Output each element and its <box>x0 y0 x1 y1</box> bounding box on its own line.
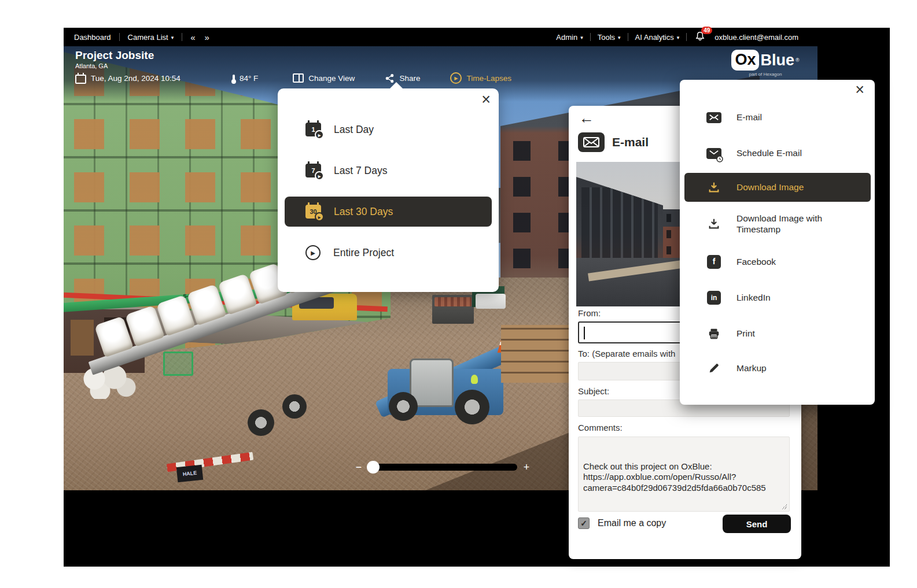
envelope-clock-icon <box>706 146 721 161</box>
download-icon <box>706 180 721 195</box>
textarea-resize-handle[interactable] <box>782 504 787 509</box>
printer-icon <box>706 326 721 341</box>
page-location: Atlanta, GA <box>75 62 108 69</box>
logo-blue: Blue <box>760 50 794 70</box>
close-icon[interactable]: × <box>481 91 491 108</box>
share-download-image[interactable]: Download Image <box>684 173 871 202</box>
email-me-a-copy-label: Email me a copy <box>598 518 666 528</box>
checkbox-check-icon: ✓ <box>580 519 587 528</box>
nav-divider <box>686 33 687 41</box>
chevron-down-icon: ▾ <box>580 35 583 40</box>
construction-worker <box>471 375 478 384</box>
notification-count-badge: 49 <box>701 27 712 34</box>
nav-tools[interactable]: Tools▾ <box>598 33 621 42</box>
calendar-play-icon: 1▶ <box>305 123 321 136</box>
email-panel-title: E-mail <box>578 132 649 152</box>
nav-divider <box>119 33 120 41</box>
zoom-slider-track[interactable] <box>368 464 517 471</box>
linkedin-icon: in <box>706 290 721 305</box>
share-button[interactable]: Share <box>385 73 420 83</box>
weather-temperature[interactable]: 84° F <box>233 74 258 83</box>
thermometer-icon <box>233 75 235 82</box>
from-label: From: <box>578 308 601 318</box>
share-menu: × E-mail Schedule E-mail Download Image … <box>680 80 875 405</box>
to-label: To: (Separate emails with <box>578 349 675 358</box>
comments-textarea[interactable]: Check out this project on OxBlue: https:… <box>578 437 790 512</box>
photo-toolbar: Tue, Aug 2nd, 2024 10:54 84° F Change Vi… <box>75 69 511 87</box>
notifications-button[interactable]: 49 <box>694 30 708 44</box>
comments-label: Comments: <box>578 423 623 432</box>
prev-camera-button[interactable]: « <box>190 32 196 42</box>
change-view-button[interactable]: Change View <box>293 73 355 83</box>
send-button[interactable]: Send <box>723 515 791 533</box>
facebook-icon: f <box>706 254 721 269</box>
calendar-icon <box>75 75 86 84</box>
logo-registered-mark: ® <box>796 57 800 63</box>
share-download-image-timestamp[interactable]: Download Image with Timestamp <box>684 206 871 242</box>
debris-dumpster <box>432 295 474 324</box>
nav-divider <box>628 33 628 41</box>
text-cursor <box>584 327 585 339</box>
telehandler-wheel <box>389 392 418 421</box>
share-markup[interactable]: Markup <box>684 354 871 383</box>
envelope-icon <box>706 110 721 125</box>
timelapse-menu: × 1▶ Last Day 7▶ Last 7 Days 30▶ Last 30… <box>278 88 499 292</box>
nav-camera-list[interactable]: Camera List▾ <box>128 33 174 42</box>
image-zoom-slider: − + <box>353 460 532 474</box>
zoom-out-button[interactable]: − <box>353 461 364 474</box>
app-window: Dashboard Camera List▾ « » Admin▾ Tools▾… <box>64 28 890 567</box>
trailer-wheel <box>282 394 307 419</box>
close-icon[interactable]: × <box>855 81 864 98</box>
share-print[interactable]: Print <box>684 319 871 348</box>
page-background: Dashboard Camera List▾ « » Admin▾ Tools▾… <box>0 0 917 588</box>
share-facebook[interactable]: f Facebook <box>684 247 871 276</box>
share-email[interactable]: E-mail <box>684 103 871 132</box>
play-circle-icon: ▶ <box>305 245 321 260</box>
download-icon <box>706 216 721 231</box>
telehandler-wheel <box>455 390 489 424</box>
email-copy-row: ✓ Email me a copy <box>578 517 666 529</box>
nav-left-group: Dashboard Camera List▾ « » <box>74 28 211 46</box>
share-linkedin[interactable]: in LinkedIn <box>684 283 871 312</box>
timelapse-last-day[interactable]: 1▶ Last Day <box>285 114 492 145</box>
page-title: Project Jobsite <box>75 49 154 62</box>
nav-ai-analytics[interactable]: AI Analytics▾ <box>635 33 680 42</box>
time-lapses-button[interactable]: ▶ Time-Lapses <box>450 72 511 84</box>
logo-tagline: part of Hexagon <box>728 72 803 77</box>
logo-ox: Ox <box>731 50 759 71</box>
share-icon <box>385 73 395 83</box>
user-email[interactable]: oxblue.client@email.com <box>715 33 798 42</box>
nav-right-group: Admin▾ Tools▾ AI Analytics▾ 49 oxblue.cl… <box>556 28 798 46</box>
timelapse-last-30-days[interactable]: 30▶ Last 30 Days <box>285 197 492 227</box>
next-camera-button[interactable]: » <box>205 32 211 42</box>
date-picker[interactable]: Tue, Aug 2nd, 2024 10:54 <box>75 73 181 84</box>
chevron-down-icon: ▾ <box>171 35 174 40</box>
timelapse-entire-project[interactable]: ▶ Entire Project <box>285 238 492 268</box>
nav-dashboard[interactable]: Dashboard <box>74 33 111 42</box>
columns-icon <box>293 73 304 83</box>
back-arrow-icon[interactable]: ← <box>579 109 594 127</box>
nav-divider <box>590 33 591 41</box>
popup-caret <box>389 82 403 89</box>
share-schedule-email[interactable]: Schedule E-mail <box>684 139 871 168</box>
calendar-play-icon: 7▶ <box>305 164 321 177</box>
timelapse-last-7-days[interactable]: 7▶ Last 7 Days <box>285 156 492 186</box>
email-envelope-icon <box>578 132 605 152</box>
zoom-slider-handle[interactable] <box>367 461 380 474</box>
nav-divider <box>182 33 182 41</box>
trailer-mudflap: HALE <box>176 465 203 482</box>
subject-label: Subject: <box>578 386 609 396</box>
email-me-a-copy-checkbox[interactable]: ✓ <box>578 517 590 529</box>
trailer-wheel <box>248 409 274 436</box>
pencil-icon <box>706 361 721 376</box>
white-truck <box>476 294 506 309</box>
chevron-down-icon: ▾ <box>677 35 680 40</box>
chevron-down-icon: ▾ <box>618 35 621 40</box>
oxblue-logo: Ox Blue ® part of Hexagon <box>728 50 803 77</box>
zoom-in-button[interactable]: + <box>521 461 532 474</box>
play-circle-icon: ▶ <box>450 72 462 84</box>
calendar-play-icon: 30▶ <box>305 205 321 219</box>
nav-admin[interactable]: Admin▾ <box>556 33 583 42</box>
top-navbar: Dashboard Camera List▾ « » Admin▾ Tools▾… <box>64 28 890 46</box>
brick-pallets <box>501 325 569 383</box>
